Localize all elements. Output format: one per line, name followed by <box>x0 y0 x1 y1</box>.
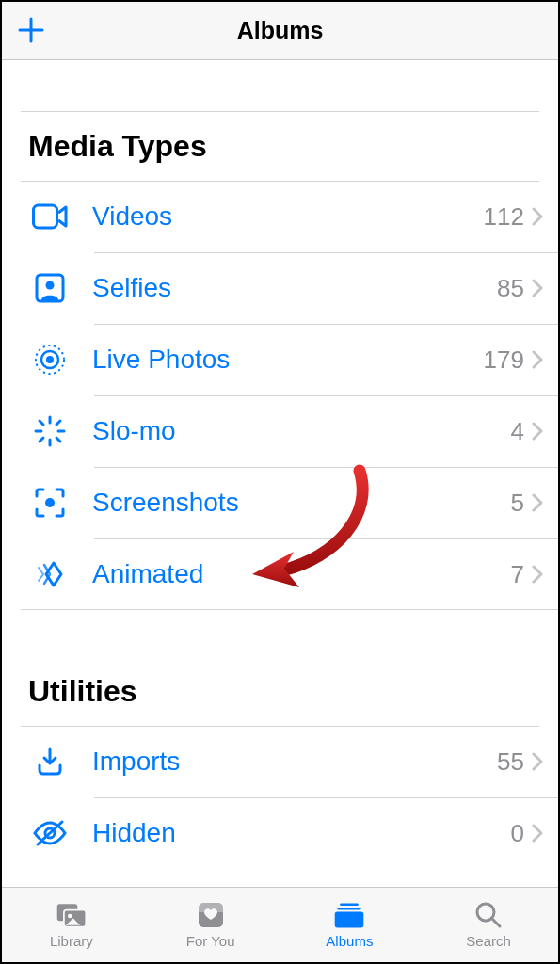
row-label: Selfies <box>92 273 497 303</box>
animated-icon <box>28 553 72 596</box>
row-label: Animated <box>92 559 511 589</box>
albums-icon <box>332 901 366 929</box>
search-icon <box>472 901 505 929</box>
tab-search[interactable]: Search <box>419 888 558 962</box>
row-count: 7 <box>511 560 524 589</box>
chevron-right-icon <box>532 279 543 297</box>
tab-label: Search <box>466 933 511 949</box>
section-title-media-types: Media Types <box>2 112 558 181</box>
svg-point-14 <box>45 498 55 507</box>
import-icon <box>28 740 72 783</box>
chevron-right-icon <box>532 350 543 369</box>
navbar-title: Albums <box>237 17 324 44</box>
row-slo-mo[interactable]: Slo-mo 4 <box>2 395 558 467</box>
eye-slash-icon <box>28 811 72 855</box>
chevron-right-icon <box>532 422 543 441</box>
add-button[interactable] <box>17 12 45 50</box>
tab-albums[interactable]: Albums <box>280 888 420 962</box>
svg-rect-0 <box>34 205 57 228</box>
row-hidden[interactable]: Hidden 0 <box>2 797 558 869</box>
navbar: Albums <box>2 2 558 60</box>
person-square-icon <box>28 266 72 310</box>
svg-rect-22 <box>340 903 359 906</box>
live-photo-icon <box>28 338 72 381</box>
chevron-right-icon <box>532 207 543 226</box>
svg-line-12 <box>56 421 60 425</box>
svg-rect-24 <box>335 911 364 927</box>
row-live-photos[interactable]: Live Photos 179 <box>2 324 558 395</box>
svg-line-26 <box>492 919 500 926</box>
row-count: 5 <box>511 489 524 518</box>
section-title-utilities: Utilities <box>2 657 558 726</box>
tabbar: Library For You Albums Search <box>2 887 558 962</box>
video-icon <box>28 195 72 238</box>
row-count: 85 <box>497 274 524 303</box>
tab-label: For You <box>186 933 235 949</box>
slo-mo-icon <box>28 410 72 453</box>
chevron-right-icon <box>532 565 543 584</box>
row-videos[interactable]: Videos 112 <box>2 181 558 252</box>
row-label: Videos <box>92 201 484 232</box>
library-icon <box>55 901 88 929</box>
svg-line-13 <box>40 438 43 442</box>
row-selfies[interactable]: Selfies 85 <box>2 252 558 324</box>
utilities-list: Imports 55 Hidden 0 <box>2 726 558 869</box>
svg-point-19 <box>68 914 72 919</box>
svg-line-10 <box>40 421 43 425</box>
chevron-right-icon <box>532 824 543 843</box>
svg-line-11 <box>56 438 60 442</box>
tab-label: Library <box>50 933 93 949</box>
row-label: Live Photos <box>92 345 484 375</box>
tab-label: Albums <box>326 933 373 949</box>
row-imports[interactable]: Imports 55 <box>2 726 558 797</box>
row-label: Imports <box>92 747 497 777</box>
row-count: 4 <box>511 417 524 446</box>
svg-point-2 <box>46 281 55 290</box>
tab-for-you[interactable]: For You <box>141 888 280 962</box>
row-animated[interactable]: Animated 7 <box>2 538 558 610</box>
row-label: Screenshots <box>92 488 511 518</box>
row-count: 179 <box>484 345 524 375</box>
content: Media Types Videos 112 Selfies 85 <box>2 62 558 887</box>
chevron-right-icon <box>532 752 543 771</box>
tab-library[interactable]: Library <box>2 888 141 962</box>
svg-point-3 <box>46 356 54 363</box>
svg-rect-23 <box>338 908 361 910</box>
row-screenshots[interactable]: Screenshots 5 <box>2 467 558 538</box>
row-count: 0 <box>511 819 524 848</box>
for-you-icon <box>194 901 228 929</box>
chevron-right-icon <box>532 493 543 512</box>
viewfinder-icon <box>28 481 72 524</box>
row-label: Slo-mo <box>92 416 511 446</box>
row-count: 55 <box>497 747 524 777</box>
row-count: 112 <box>484 202 524 232</box>
row-label: Hidden <box>92 818 511 848</box>
media-types-list: Videos 112 Selfies 85 Live Photos 17 <box>2 181 558 610</box>
